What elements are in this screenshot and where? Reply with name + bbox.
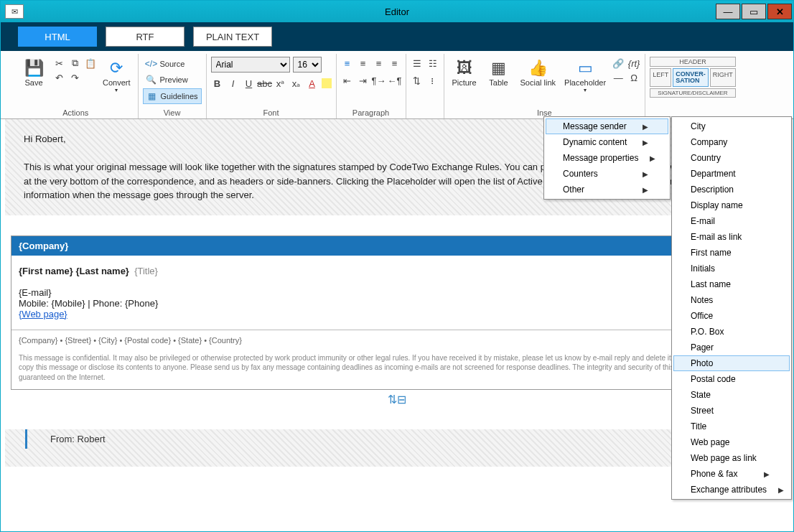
menu-item-p-o-box[interactable]: P.O. Box (673, 324, 790, 340)
menu-item-counters[interactable]: Counters▶ (546, 166, 668, 182)
placeholder-icon: ▭ (575, 58, 595, 78)
menu-item-department[interactable]: Department (673, 166, 790, 182)
tab-html[interactable]: HTML (18, 27, 97, 47)
menu-item-e-mail-as-link[interactable]: E-mail as link (673, 229, 790, 245)
ltr-button[interactable]: ¶→ (373, 74, 386, 87)
numbering-button[interactable]: ☷ (426, 57, 439, 70)
cut-button[interactable]: ✂ (52, 57, 65, 70)
chevron-right-icon: ▶ (643, 186, 648, 194)
bullets-button[interactable]: ☰ (411, 57, 424, 70)
chevron-right-icon: ▶ (643, 139, 648, 146)
menu-item-display-name[interactable]: Display name (673, 197, 790, 213)
picture-button[interactable]: 🖼Picture (449, 57, 480, 88)
align-left-button[interactable]: ≡ (341, 57, 354, 70)
fontcolor-button[interactable]: A (306, 77, 319, 90)
placeholder-button[interactable]: ▭Placeholder▾ (561, 57, 609, 95)
font-size-select[interactable]: 16 (293, 57, 322, 73)
window-title: Editor (385, 6, 409, 17)
sig-disclaimer: This message is confidential. It may als… (11, 350, 783, 390)
align-right-button[interactable]: ≡ (373, 57, 386, 70)
convert-label: Convert (103, 78, 131, 87)
menu-item-title[interactable]: Title (673, 419, 790, 434)
menu-item-description[interactable]: Description (673, 182, 790, 197)
menu-item-other[interactable]: Other▶ (546, 182, 668, 197)
layout-right[interactable]: RIGHT (710, 68, 736, 87)
redo-button[interactable]: ↷ (68, 71, 81, 84)
indent-button[interactable]: ⇥ (357, 74, 370, 87)
sociallink-button[interactable]: 👍Social link (518, 57, 559, 88)
guidelines-icon: ▦ (146, 90, 158, 102)
convert-button[interactable]: ⟳ Convert ▾ (100, 57, 134, 95)
menu-item-message-properties[interactable]: Message properties▶ (546, 150, 668, 166)
italic-button[interactable]: I (227, 77, 240, 90)
highlight-button[interactable] (322, 78, 332, 88)
source-button[interactable]: </>Source (143, 57, 202, 71)
menu-item-phone-fax[interactable]: Phone & fax▶ (673, 466, 790, 482)
undo-button[interactable]: ↶ (52, 71, 65, 84)
sig-webpage[interactable]: {Web page} (19, 309, 674, 319)
layout-signature[interactable]: SIGNATURE/DISCLAIMER (650, 88, 736, 98)
tab-rtf[interactable]: RTF (106, 27, 185, 47)
menu-item-first-name[interactable]: First name (673, 245, 790, 261)
rtl-button[interactable]: ←¶ (388, 74, 401, 87)
menu-item-web-page-as-link[interactable]: Web page as link (673, 450, 790, 466)
layout-left[interactable]: LEFT (650, 68, 671, 87)
layout-conversation[interactable]: CONVER- SATION (673, 68, 709, 87)
menu-item-country[interactable]: Country (673, 150, 790, 166)
omega-button[interactable]: Ω (627, 71, 640, 84)
save-button[interactable]: 💾 Save (18, 57, 50, 88)
strike-button[interactable]: abc (258, 77, 271, 90)
layout-header[interactable]: HEADER (650, 57, 736, 67)
paste-button[interactable]: 📋 (84, 57, 97, 70)
menu-item-photo[interactable]: Photo (673, 355, 790, 371)
table-button[interactable]: ▦Table (483, 57, 515, 88)
menu-item-state[interactable]: State (673, 387, 790, 403)
minimize-button[interactable]: — (716, 4, 740, 19)
hr-button[interactable]: — (612, 71, 625, 84)
bold-button[interactable]: B (211, 77, 224, 90)
menu-item-web-page[interactable]: Web page (673, 434, 790, 450)
ribbon-group-view: </>Source 🔍Preview ▦Guidelines View (139, 54, 207, 118)
chevron-right-icon: ▶ (643, 123, 648, 131)
chevron-right-icon: ▶ (764, 470, 770, 478)
source-icon: </> (146, 58, 157, 70)
menu-item-company[interactable]: Company (673, 134, 790, 150)
link-icon[interactable]: 🔗 (612, 57, 625, 70)
menu-item-street[interactable]: Street (673, 403, 790, 419)
outdent-button[interactable]: ⇤ (341, 74, 354, 87)
menu-item-e-mail[interactable]: E-mail (673, 213, 790, 229)
ribbon-group-layout: HEADER LEFT CONVER- SATION RIGHT SIGNATU… (645, 54, 740, 118)
font-name-select[interactable]: Arial (211, 57, 290, 73)
ribbon-group-font: Arial 16 B I U abc xᵃ xₐ A Font (207, 54, 337, 118)
ribbon-group-actions: 💾 Save ✂ ⧉ 📋 ↶ ↷ ⟳ Convert ▾ Actions (14, 54, 139, 118)
align-center-button[interactable]: ≡ (357, 57, 370, 70)
ribbon-group-lists: ☰ ☷ ⇅ ⫶ (406, 54, 444, 118)
spacing-button[interactable]: ⫶ (426, 74, 439, 87)
picture-icon: 🖼 (454, 58, 475, 78)
preview-button[interactable]: 🔍Preview (143, 73, 202, 87)
menu-item-notes[interactable]: Notes (673, 292, 790, 308)
tab-plaintext[interactable]: PLAIN TEXT (193, 27, 272, 47)
menu-item-office[interactable]: Office (673, 308, 790, 324)
menu-item-city[interactable]: City (673, 118, 790, 134)
menu-item-exchange-attributes[interactable]: Exchange attributes▶ (673, 482, 790, 498)
rt-icon[interactable]: {rt} (627, 57, 640, 70)
align-justify-button[interactable]: ≡ (388, 57, 401, 70)
menu-item-last-name[interactable]: Last name (673, 276, 790, 292)
close-button[interactable]: ✕ (767, 4, 792, 19)
maximize-button[interactable]: ▭ (742, 4, 766, 19)
superscript-button[interactable]: xᵃ (274, 77, 287, 90)
menu-item-pager[interactable]: Pager (673, 340, 790, 355)
sig-phone-label: Phone: (93, 298, 122, 309)
save-label: Save (24, 78, 42, 87)
window-buttons: — ▭ ✕ (716, 4, 793, 19)
menu-item-postal-code[interactable]: Postal code (673, 371, 790, 387)
menu-item-dynamic-content[interactable]: Dynamic content▶ (546, 134, 668, 150)
copy-button[interactable]: ⧉ (68, 57, 81, 70)
menu-item-initials[interactable]: Initials (673, 261, 790, 276)
subscript-button[interactable]: xₐ (290, 77, 303, 90)
menu-item-message-sender[interactable]: Message sender▶ (546, 118, 668, 134)
lineheight-button[interactable]: ⇅ (411, 74, 424, 87)
guidelines-button[interactable]: ▦Guidelines (143, 88, 202, 104)
underline-button[interactable]: U (243, 77, 256, 90)
